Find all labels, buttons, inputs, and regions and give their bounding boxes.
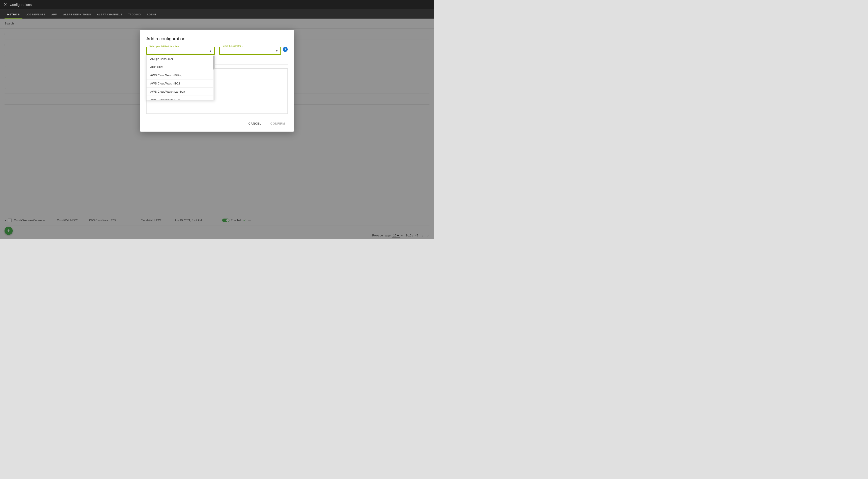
collector-float-label: Select the collector ... — [221, 45, 244, 47]
collector-section: Select the collector ... ▼ ? — [219, 47, 288, 55]
tab-logs[interactable]: LOGS/EVENTS — [23, 11, 48, 19]
scrollbar-track — [213, 55, 215, 100]
modal-footer: CANCEL CONFIRM — [146, 116, 288, 127]
nav-tabs: METRICS LOGS/EVENTS APM ALERT DEFINITION… — [0, 9, 434, 19]
close-icon[interactable]: ✕ — [4, 2, 7, 7]
collector-dropdown-arrow[interactable]: ▼ — [275, 50, 278, 53]
template-dropdown-arrow[interactable]: ▲ — [207, 47, 214, 54]
tab-metrics[interactable]: METRICS — [4, 11, 23, 19]
tab-alert-channels[interactable]: ALERT CHANNELS — [94, 11, 125, 19]
page-title: Configurations — [10, 3, 32, 6]
template-input[interactable] — [147, 47, 207, 54]
modal-title: Add a configuration — [146, 36, 288, 41]
add-configuration-modal: Add a configuration Select your MLPack t… — [140, 30, 294, 132]
dropdown-scroll-area: AMQP Consumer APC UPS AWS CloudWatch Bil… — [147, 55, 215, 100]
main-area: Search › ⋮ › ⋮ › ⋮ › ⋮ › ⋮ › — [0, 19, 434, 240]
tab-tagging[interactable]: TAGGING — [125, 11, 144, 19]
dropdown-item-cloudwatch-billing[interactable]: AWS CloudWatch Billing — [147, 71, 215, 79]
template-float-label: Select your MLPack template ... — [149, 45, 182, 48]
confirm-button[interactable]: CONFIRM — [268, 120, 288, 127]
help-icon[interactable]: ? — [283, 47, 288, 52]
dropdown-item-cloudwatch-ec2[interactable]: AWS CloudWatch EC2 — [147, 79, 215, 88]
dropdown-item-cloudwatch-lambda[interactable]: AWS CloudWatch Lambda — [147, 88, 215, 96]
collector-input[interactable] — [222, 49, 274, 53]
collector-input-container: Select the collector ... ▼ — [219, 47, 281, 55]
template-field-wrapper: Select your MLPack template ... ▲ AMQP C… — [146, 47, 215, 55]
collector-field-wrapper: Select the collector ... ▼ — [219, 47, 281, 55]
top-bar: ✕ Configurations — [0, 0, 434, 9]
dropdown-item-cloudwatch-rds[interactable]: AWS CloudWatch RDS — [147, 96, 215, 100]
cancel-button[interactable]: CANCEL — [246, 120, 264, 127]
dropdown-item-apc[interactable]: APC UPS — [147, 63, 215, 71]
form-top-row: Select your MLPack template ... ▲ AMQP C… — [146, 47, 288, 55]
tab-alert-definitions[interactable]: ALERT DEFINITIONS — [60, 11, 94, 19]
template-dropdown: AMQP Consumer APC UPS AWS CloudWatch Bil… — [146, 55, 215, 100]
dropdown-item-amqp[interactable]: AMQP Consumer — [147, 55, 215, 63]
tab-apm[interactable]: APM — [49, 11, 60, 19]
tab-agent[interactable]: AGENT — [144, 11, 159, 19]
template-input-container: Select your MLPack template ... ▲ — [146, 47, 215, 55]
scrollbar-thumb[interactable] — [213, 56, 215, 69]
